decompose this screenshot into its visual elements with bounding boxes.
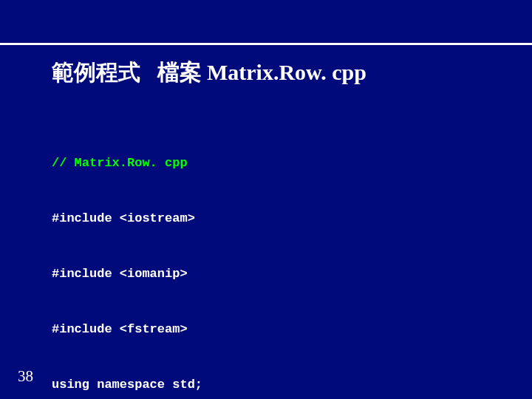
code-line: #include <iomanip> [52, 265, 451, 283]
code-line: #include <fstream> [52, 320, 451, 338]
code-line: // Matrix.Row. cpp [52, 154, 451, 172]
horizontal-rule [0, 43, 532, 45]
code-block: // Matrix.Row. cpp #include <iostream> #… [52, 117, 451, 399]
slide: 範例程式 檔案 Matrix.Row. cpp // Matrix.Row. c… [0, 0, 532, 399]
code-line: using namespace std; [52, 375, 451, 394]
page-number: 38 [18, 367, 33, 386]
slide-title: 範例程式 檔案 Matrix.Row. cpp [52, 58, 366, 88]
code-line: #include <iostream> [52, 209, 451, 228]
